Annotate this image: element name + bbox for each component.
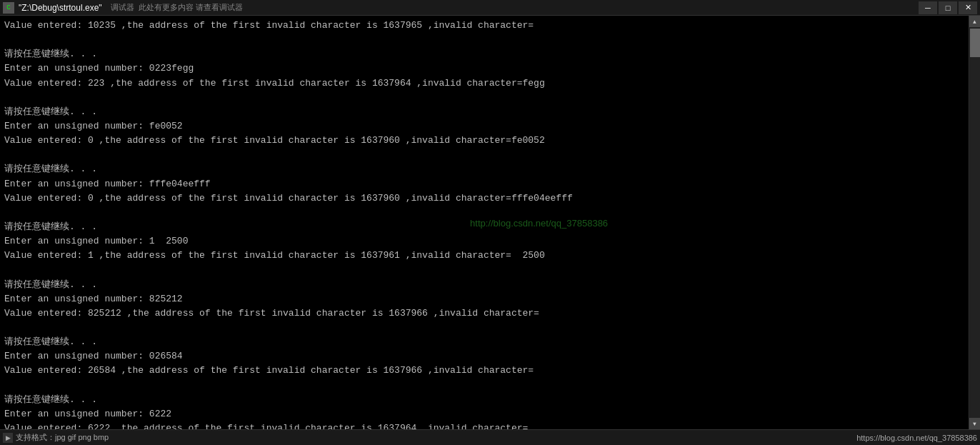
status-file-type: 支持格式：jpg gif png bmp [16, 432, 109, 443]
title-bar-buttons: ─ □ ✕ [919, 1, 977, 14]
console-line: Enter an unsigned number: 0223fegg [4, 61, 964, 76]
app-icon: C [3, 2, 14, 14]
console-line: 请按任意键继续. . . [4, 278, 964, 292]
console-line [4, 321, 964, 335]
status-icon: ▶ [3, 433, 13, 443]
console-wrapper: Value entered: 10235 ,the address of the… [0, 16, 980, 429]
console-area[interactable]: Value entered: 10235 ,the address of the… [0, 16, 969, 429]
console-line: Value entered: 825212 ,the address of th… [4, 306, 964, 321]
console-line [4, 33, 964, 47]
title-bar-left: C "Z:\Debug\strtoul.exe" 调试器 此处有更多内容 请查看… [3, 2, 243, 14]
status-url: https://blog.csdn.net/qq_37858386 [856, 434, 977, 442]
console-line [4, 148, 964, 162]
console-line: Enter an unsigned number: 1 2500 [4, 234, 964, 249]
console-line: 请按任意键继续. . . [4, 220, 964, 234]
console-line: Value entered: 26584 ,the address of the… [4, 364, 964, 378]
console-line: Enter an unsigned number: 825212 [4, 292, 964, 306]
console-line [4, 91, 964, 105]
console-line: Value entered: 0 ,the address of the fir… [4, 191, 964, 206]
console-line: Enter an unsigned number: 6222 [4, 407, 964, 421]
scrollbar-thumb[interactable] [970, 29, 980, 57]
console-line: Value entered: 6222 ,the address of the … [4, 421, 964, 429]
console-line [4, 379, 964, 393]
console-line: Enter an unsigned number: fe0052 [4, 119, 964, 134]
status-bar: ▶ 支持格式：jpg gif png bmp https://blog.csdn… [0, 429, 980, 445]
scrollbar[interactable]: ▲ ▼ [969, 16, 980, 429]
console-line [4, 263, 964, 277]
console-line: 请按任意键继续. . . [4, 335, 964, 349]
console-line: Value entered: 0 ,the address of the fir… [4, 134, 964, 148]
status-bar-right: https://blog.csdn.net/qq_37858386 [856, 434, 977, 442]
title-bar: C "Z:\Debug\strtoul.exe" 调试器 此处有更多内容 请查看… [0, 0, 980, 16]
console-line: 请按任意键继续. . . [4, 393, 964, 407]
console-line: Value entered: 1 ,the address of the fir… [4, 249, 964, 263]
console-line [4, 206, 964, 220]
close-button[interactable]: ✕ [959, 1, 977, 14]
title-bar-title: "Z:\Debug\strtoul.exe" [19, 3, 102, 13]
scrollbar-track [970, 27, 980, 418]
restore-button[interactable]: □ [939, 1, 957, 14]
console-line: 请按任意键继续. . . [4, 162, 964, 176]
title-bar-extra: 调试器 此处有更多内容 请查看调试器 [106, 2, 243, 13]
minimize-button[interactable]: ─ [919, 1, 937, 14]
status-bar-left: ▶ 支持格式：jpg gif png bmp [3, 432, 109, 443]
console-line: 请按任意键继续. . . [4, 105, 964, 119]
console-line: Value entered: 10235 ,the address of the… [4, 19, 964, 33]
console-line: Enter an unsigned number: 026584 [4, 349, 964, 364]
console-line: 请按任意键继续. . . [4, 47, 964, 61]
scrollbar-down-button[interactable]: ▼ [969, 418, 981, 429]
console-line: Enter an unsigned number: fffe04eefff [4, 177, 964, 191]
console-line: Value entered: 223 ,the address of the f… [4, 76, 964, 91]
scrollbar-up-button[interactable]: ▲ [969, 16, 981, 27]
